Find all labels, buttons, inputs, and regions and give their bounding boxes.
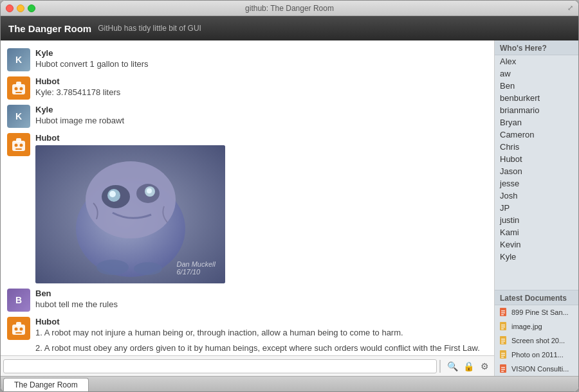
room-name: The Danger Room (8, 23, 91, 34)
latest-docs-section: Latest Documents 899 Pine St San... imag… (495, 290, 578, 376)
hubot-icon (10, 319, 28, 337)
avatar: K (7, 105, 30, 128)
svg-point-18 (147, 188, 152, 193)
traffic-lights (6, 4, 35, 12)
main-content: K Kyle Hubot convert 1 gallon to liters (1, 40, 578, 376)
doc-item[interactable]: 899 Pine St San... (495, 305, 578, 319)
svg-point-12 (86, 161, 176, 238)
minimize-button[interactable] (17, 4, 24, 12)
sidebar-user[interactable]: Kyle (495, 251, 578, 263)
doc-icon (499, 335, 509, 346)
sidebar: Who's Here? AlexawBenbenburkertbrianmari… (495, 40, 578, 376)
message-author: Hubot (35, 76, 488, 86)
messages-list[interactable]: K Kyle Hubot convert 1 gallon to liters (1, 40, 494, 355)
sidebar-user[interactable]: Cameron (495, 129, 578, 141)
search-button[interactable]: 🔍 (445, 359, 459, 373)
svg-rect-1 (16, 82, 21, 85)
titlebar: github: The Danger Room ⤢ (1, 1, 578, 16)
chat-input[interactable] (3, 359, 437, 373)
svg-rect-32 (501, 326, 505, 328)
room-subtitle: GitHub has tidy little bit of GUI (98, 24, 201, 33)
svg-rect-37 (501, 343, 504, 344)
doc-name: Photo on 2011... (511, 351, 564, 359)
sidebar-user[interactable]: Kami (495, 226, 578, 238)
message-content: Hubot 1. A robot may not injure a human … (35, 317, 488, 355)
doc-item[interactable]: image.jpg (495, 319, 578, 334)
svg-rect-4 (15, 92, 22, 93)
doc-item[interactable]: Photo on 2011... (495, 348, 578, 362)
sidebar-user[interactable]: Jason (495, 165, 578, 177)
divider (439, 360, 441, 373)
close-button[interactable] (6, 4, 14, 12)
svg-rect-6 (16, 138, 21, 142)
sidebar-user[interactable]: Alex (495, 55, 578, 67)
svg-rect-28 (501, 312, 505, 314)
sidebar-user[interactable]: Chris (495, 141, 578, 153)
lock-button[interactable]: 🔒 (461, 359, 475, 373)
tab-danger-room[interactable]: The Danger Room (3, 378, 89, 391)
avatar: B (7, 289, 30, 312)
message-text: 1. A robot may not injure a human being … (35, 327, 488, 339)
message-group: Hubot 1. A robot may not injure a human … (1, 314, 494, 355)
message-author: Kyle (35, 105, 488, 114)
svg-rect-45 (501, 371, 504, 372)
message-author: Kyle (35, 48, 488, 58)
app-window: github: The Danger Room ⤢ The Danger Roo… (0, 0, 579, 392)
svg-rect-44 (501, 369, 505, 370)
message-text: Hubot image me robawt (35, 115, 488, 127)
maximize-button[interactable] (28, 4, 35, 12)
tab-bar: The Danger Room (1, 376, 578, 391)
svg-rect-22 (16, 322, 21, 326)
doc-icon (499, 321, 509, 332)
svg-rect-40 (501, 355, 505, 356)
message-group: K Kyle Hubot image me robawt (1, 102, 494, 130)
message-content: Hubot (35, 133, 488, 283)
doc-name: VISION Consulti... (511, 365, 569, 373)
users-list[interactable]: AlexawBenbenburkertbrianmarioBryanCamero… (495, 55, 578, 290)
input-area: 🔍 🔒 ⚙ (1, 355, 494, 376)
svg-point-8 (20, 144, 23, 147)
image-signature: Dan Muckell6/17/10 (176, 260, 216, 276)
message-content: Ben hubot tell me the rules (35, 289, 488, 310)
message-group: B Ben hubot tell me the rules (1, 286, 494, 314)
expand-icon[interactable]: ⤢ (567, 4, 573, 12)
sidebar-user[interactable]: Ben (495, 80, 578, 92)
sidebar-user[interactable]: jesse (495, 177, 578, 190)
svg-point-16 (109, 191, 116, 197)
doc-name: image.jpg (511, 323, 542, 330)
hubot-icon (10, 136, 28, 154)
doc-name: Screen shot 20... (511, 337, 565, 344)
sidebar-user[interactable]: justin (495, 214, 578, 226)
sidebar-user[interactable]: Josh (495, 190, 578, 202)
window-title: github: The Danger Room (245, 4, 334, 13)
doc-icon (499, 350, 509, 360)
svg-rect-25 (15, 332, 22, 334)
svg-rect-9 (15, 148, 22, 150)
svg-rect-33 (501, 328, 504, 330)
message-content: Kyle Hubot image me robawt (35, 105, 488, 127)
doc-item[interactable]: VISION Consulti... (495, 362, 578, 376)
sidebar-user[interactable]: benburkert (495, 92, 578, 104)
svg-rect-29 (501, 314, 504, 316)
doc-name: 899 Pine St San... (511, 308, 569, 316)
header-bar: The Danger Room GitHub has tidy little b… (1, 16, 578, 40)
sidebar-user[interactable]: Bryan (495, 116, 578, 129)
svg-rect-41 (501, 357, 504, 358)
who-is-here-title: Who's Here? (495, 40, 578, 55)
sidebar-user[interactable]: Hubot (495, 153, 578, 165)
doc-item[interactable]: Screen shot 20... (495, 334, 578, 348)
svg-rect-35 (501, 339, 505, 340)
sidebar-user[interactable]: brianmario (495, 104, 578, 116)
chat-area: K Kyle Hubot convert 1 gallon to liters (1, 40, 495, 376)
sidebar-user[interactable]: aw (495, 67, 578, 80)
message-group: K Kyle Hubot convert 1 gallon to liters (1, 46, 494, 74)
svg-point-19 (96, 260, 129, 275)
sidebar-user[interactable]: JP (495, 202, 578, 214)
svg-rect-39 (501, 353, 505, 354)
svg-rect-31 (501, 325, 505, 326)
gear-button[interactable]: ⚙ (477, 359, 492, 373)
message-author: Ben (35, 289, 488, 298)
message-text-2: 2. A robot must obey any orders given to… (35, 343, 488, 354)
message-text: Kyle: 3.78541178 liters (35, 87, 488, 98)
sidebar-user[interactable]: Kevin (495, 238, 578, 251)
